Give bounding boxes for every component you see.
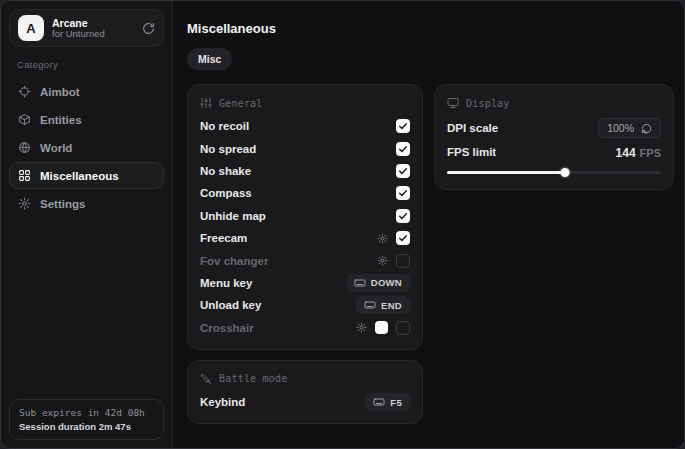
keybind-key: END: [381, 300, 402, 311]
gear-icon[interactable]: [377, 255, 388, 266]
subscription-status-card: Sub expires in 42d 08h Session duration …: [9, 399, 164, 440]
app-window: A Arcane for Unturned Category AimbotEnt…: [0, 0, 685, 449]
sidebar-item-world[interactable]: World: [9, 134, 164, 161]
sidebar-item-label: Settings: [40, 198, 85, 210]
row-controls: [377, 254, 410, 268]
display-panel: Display DPI scale 100% FPS limit: [434, 84, 674, 190]
checkbox[interactable]: [396, 142, 410, 156]
keyboard-icon: [364, 299, 376, 311]
battle-keybind-badge[interactable]: F5: [365, 393, 410, 411]
tab-bar: Misc: [187, 48, 674, 70]
row-label: Menu key: [200, 277, 252, 289]
display-panel-title: Display: [466, 98, 510, 109]
row-controls: [396, 119, 410, 133]
general-row-no-shake: No shake: [200, 160, 410, 182]
general-row-no-recoil: No recoil: [200, 115, 410, 137]
row-controls: DOWN: [346, 274, 410, 292]
sync-icon[interactable]: [142, 22, 155, 35]
general-row-freecam: Freecam: [200, 227, 410, 249]
main-area: Miscellaneous Misc General No recoilNo s…: [173, 1, 685, 448]
fps-limit-row: FPS limit 144FPS: [447, 141, 661, 163]
app-subtitle: for Unturned: [52, 29, 134, 40]
battle-keybind-key: F5: [390, 397, 402, 408]
checkbox[interactable]: [396, 186, 410, 200]
row-label: No spread: [200, 143, 256, 155]
row-label: Unhide map: [200, 210, 266, 222]
sub-expires-text: Sub expires in 42d 08h: [19, 407, 154, 418]
tab-misc[interactable]: Misc: [187, 48, 232, 70]
sidebar-header: A Arcane for Unturned: [9, 9, 164, 47]
sidebar-item-miscellaneous[interactable]: Miscellaneous: [9, 162, 164, 189]
sliders-icon: [200, 97, 212, 109]
checkbox[interactable]: [396, 119, 410, 133]
row-controls: [356, 321, 410, 335]
row-label: Fov changer: [200, 255, 268, 267]
general-row-fov-changer: Fov changer: [200, 249, 410, 271]
keybind-badge[interactable]: END: [356, 296, 410, 314]
monitor-icon: [447, 97, 459, 109]
checkbox[interactable]: [396, 231, 410, 245]
keybind-row: Keybind F5: [200, 391, 410, 413]
sidebar-item-label: Miscellaneous: [40, 170, 119, 182]
general-row-menu-key: Menu keyDOWN: [200, 272, 410, 294]
row-controls: [396, 142, 410, 156]
gear-icon: [18, 197, 31, 210]
color-swatch[interactable]: [375, 321, 388, 334]
checkbox[interactable]: [396, 209, 410, 223]
sidebar-item-label: Aimbot: [40, 86, 80, 98]
general-rows: No recoilNo spreadNo shakeCompassUnhide …: [200, 115, 410, 339]
row-controls: [396, 209, 410, 223]
keyboard-icon: [354, 277, 366, 289]
dpi-scale-value: 100%: [607, 122, 634, 134]
fps-limit-unit: FPS: [640, 147, 661, 159]
globe-icon: [18, 141, 31, 154]
general-row-no-spread: No spread: [200, 137, 410, 159]
fps-limit-slider[interactable]: [447, 165, 661, 179]
reset-icon[interactable]: [641, 123, 652, 134]
slider-fill: [447, 171, 565, 174]
app-logo: A: [18, 15, 44, 41]
row-label: Unload key: [200, 299, 261, 311]
gear-icon[interactable]: [377, 233, 388, 244]
row-controls: [396, 186, 410, 200]
category-label: Category: [17, 59, 172, 70]
row-controls: END: [356, 296, 410, 314]
checkbox[interactable]: [396, 321, 410, 335]
sidebar-nav: AimbotEntitiesWorldMiscellaneousSettings: [1, 78, 172, 217]
sidebar-item-aimbot[interactable]: Aimbot: [9, 78, 164, 105]
general-panel-title: General: [219, 98, 263, 109]
app-titles: Arcane for Unturned: [52, 17, 134, 40]
battle-mode-panel-title: Battle mode: [219, 373, 287, 384]
general-panel: General No recoilNo spreadNo shakeCompas…: [187, 84, 423, 350]
gear-icon[interactable]: [356, 322, 367, 333]
checkbox[interactable]: [396, 164, 410, 178]
row-label: No shake: [200, 165, 251, 177]
row-controls: [396, 164, 410, 178]
row-label: Freecam: [200, 232, 247, 244]
fps-limit-value: 144: [616, 146, 636, 160]
sidebar: A Arcane for Unturned Category AimbotEnt…: [1, 1, 173, 448]
slider-thumb[interactable]: [560, 168, 569, 177]
dpi-scale-label: DPI scale: [447, 122, 498, 134]
row-label: Compass: [200, 187, 252, 199]
general-row-unload-key: Unload keyEND: [200, 294, 410, 316]
battle-mode-panel: Battle mode Keybind F5: [187, 360, 423, 424]
checkbox[interactable]: [396, 254, 410, 268]
keybind-key: DOWN: [371, 277, 402, 288]
dpi-scale-row: DPI scale 100%: [447, 115, 661, 141]
general-row-unhide-map: Unhide map: [200, 205, 410, 227]
keybind-badge[interactable]: DOWN: [346, 274, 410, 292]
crosshair-icon: [18, 85, 31, 98]
sidebar-item-entities[interactable]: Entities: [9, 106, 164, 133]
grid-icon: [18, 169, 31, 182]
fps-limit-label: FPS limit: [447, 146, 496, 158]
cube-icon: [18, 113, 31, 126]
sword-icon: [200, 373, 212, 385]
sidebar-item-settings[interactable]: Settings: [9, 190, 164, 217]
row-label: Crosshair: [200, 322, 254, 334]
row-label: No recoil: [200, 120, 249, 132]
general-row-crosshair: Crosshair: [200, 317, 410, 339]
sidebar-item-label: World: [40, 142, 72, 154]
dpi-scale-input[interactable]: 100%: [598, 118, 661, 138]
page-title: Miscellaneous: [187, 21, 674, 36]
